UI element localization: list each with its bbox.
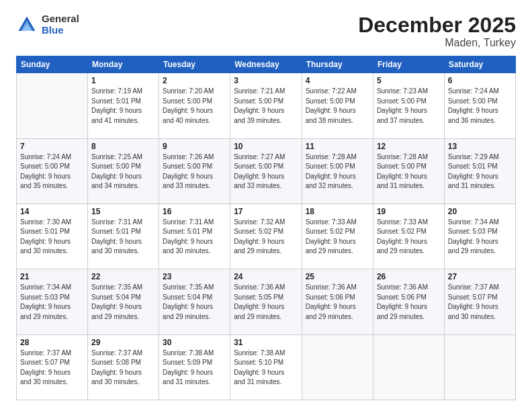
day-info: Sunrise: 7:37 AM Sunset: 5:07 PM Dayligh… xyxy=(20,349,84,387)
day-info: Sunrise: 7:23 AM Sunset: 5:00 PM Dayligh… xyxy=(377,87,441,126)
day-number: 17 xyxy=(234,207,298,216)
calendar-cell: 21Sunrise: 7:34 AM Sunset: 5:03 PM Dayli… xyxy=(17,269,88,334)
calendar-cell: 26Sunrise: 7:36 AM Sunset: 5:06 PM Dayli… xyxy=(373,269,444,334)
day-info: Sunrise: 7:38 AM Sunset: 5:10 PM Dayligh… xyxy=(234,349,298,387)
day-info: Sunrise: 7:28 AM Sunset: 5:00 PM Dayligh… xyxy=(306,152,369,191)
calendar-cell: 24Sunrise: 7:36 AM Sunset: 5:05 PM Dayli… xyxy=(230,269,302,334)
day-info: Sunrise: 7:25 AM Sunset: 5:00 PM Dayligh… xyxy=(91,152,155,191)
day-info: Sunrise: 7:24 AM Sunset: 5:00 PM Dayligh… xyxy=(20,152,84,191)
day-info: Sunrise: 7:29 AM Sunset: 5:01 PM Dayligh… xyxy=(448,152,512,191)
day-number: 6 xyxy=(448,76,512,85)
day-info: Sunrise: 7:26 AM Sunset: 5:00 PM Dayligh… xyxy=(163,152,226,191)
day-number: 29 xyxy=(91,338,155,347)
calendar-cell: 28Sunrise: 7:37 AM Sunset: 5:07 PM Dayli… xyxy=(17,334,88,400)
day-number: 26 xyxy=(377,272,441,281)
calendar-header-cell: Sunday xyxy=(17,56,88,73)
calendar-cell: 30Sunrise: 7:38 AM Sunset: 5:09 PM Dayli… xyxy=(159,334,230,400)
day-number: 2 xyxy=(163,76,226,85)
day-info: Sunrise: 7:36 AM Sunset: 5:06 PM Dayligh… xyxy=(306,283,369,322)
calendar-cell xyxy=(302,334,373,400)
day-info: Sunrise: 7:36 AM Sunset: 5:05 PM Dayligh… xyxy=(234,283,298,322)
calendar-cell: 25Sunrise: 7:36 AM Sunset: 5:06 PM Dayli… xyxy=(302,269,373,334)
calendar-cell: 5Sunrise: 7:23 AM Sunset: 5:00 PM Daylig… xyxy=(373,73,444,138)
calendar-header-cell: Friday xyxy=(373,56,444,73)
title-block: December 2025 Maden, Turkey xyxy=(358,13,516,49)
calendar-cell: 23Sunrise: 7:35 AM Sunset: 5:04 PM Dayli… xyxy=(159,269,230,334)
day-info: Sunrise: 7:24 AM Sunset: 5:00 PM Dayligh… xyxy=(448,87,512,126)
day-number: 21 xyxy=(20,272,84,281)
day-number: 30 xyxy=(163,338,226,347)
day-number: 22 xyxy=(91,272,155,281)
day-info: Sunrise: 7:22 AM Sunset: 5:00 PM Dayligh… xyxy=(306,87,369,126)
day-number: 12 xyxy=(377,142,441,151)
day-number: 7 xyxy=(20,142,84,151)
day-info: Sunrise: 7:38 AM Sunset: 5:09 PM Dayligh… xyxy=(163,349,226,387)
day-number: 24 xyxy=(234,272,298,281)
calendar-table: SundayMondayTuesdayWednesdayThursdayFrid… xyxy=(16,56,516,400)
calendar-cell: 19Sunrise: 7:33 AM Sunset: 5:02 PM Dayli… xyxy=(373,203,444,269)
day-info: Sunrise: 7:21 AM Sunset: 5:00 PM Dayligh… xyxy=(234,87,298,126)
calendar-cell: 2Sunrise: 7:20 AM Sunset: 5:00 PM Daylig… xyxy=(159,73,230,138)
day-info: Sunrise: 7:20 AM Sunset: 5:00 PM Dayligh… xyxy=(163,87,226,126)
calendar-cell: 22Sunrise: 7:35 AM Sunset: 5:04 PM Dayli… xyxy=(88,269,159,334)
calendar-cell: 6Sunrise: 7:24 AM Sunset: 5:00 PM Daylig… xyxy=(444,73,515,138)
logo-icon xyxy=(16,14,38,36)
calendar-cell: 8Sunrise: 7:25 AM Sunset: 5:00 PM Daylig… xyxy=(88,138,159,203)
day-info: Sunrise: 7:19 AM Sunset: 5:01 PM Dayligh… xyxy=(91,87,155,126)
calendar-row: 21Sunrise: 7:34 AM Sunset: 5:03 PM Dayli… xyxy=(17,269,516,334)
logo-blue-text: Blue xyxy=(42,25,79,36)
calendar-cell: 7Sunrise: 7:24 AM Sunset: 5:00 PM Daylig… xyxy=(17,138,88,203)
calendar-cell: 12Sunrise: 7:28 AM Sunset: 5:00 PM Dayli… xyxy=(373,138,444,203)
calendar-header-cell: Wednesday xyxy=(230,56,302,73)
header: General Blue December 2025 Maden, Turkey xyxy=(16,13,516,49)
day-number: 28 xyxy=(20,338,84,347)
day-number: 14 xyxy=(20,207,84,216)
calendar-cell: 17Sunrise: 7:32 AM Sunset: 5:02 PM Dayli… xyxy=(230,203,302,269)
day-info: Sunrise: 7:28 AM Sunset: 5:00 PM Dayligh… xyxy=(377,152,441,191)
day-number: 13 xyxy=(448,142,512,151)
day-number: 19 xyxy=(377,207,441,216)
logo-general-text: General xyxy=(42,13,79,25)
day-number: 31 xyxy=(234,338,298,347)
calendar-cell: 29Sunrise: 7:37 AM Sunset: 5:08 PM Dayli… xyxy=(88,334,159,400)
logo: General Blue xyxy=(16,13,79,36)
day-number: 20 xyxy=(448,207,512,216)
day-info: Sunrise: 7:31 AM Sunset: 5:01 PM Dayligh… xyxy=(163,218,226,257)
day-info: Sunrise: 7:34 AM Sunset: 5:03 PM Dayligh… xyxy=(448,218,512,257)
calendar-row: 28Sunrise: 7:37 AM Sunset: 5:07 PM Dayli… xyxy=(17,334,516,400)
day-info: Sunrise: 7:36 AM Sunset: 5:06 PM Dayligh… xyxy=(377,283,441,322)
calendar-cell: 20Sunrise: 7:34 AM Sunset: 5:03 PM Dayli… xyxy=(444,203,515,269)
day-info: Sunrise: 7:35 AM Sunset: 5:04 PM Dayligh… xyxy=(91,283,155,322)
day-number: 15 xyxy=(91,207,155,216)
day-number: 10 xyxy=(234,142,298,151)
day-info: Sunrise: 7:27 AM Sunset: 5:00 PM Dayligh… xyxy=(234,152,298,191)
calendar-header-row: SundayMondayTuesdayWednesdayThursdayFrid… xyxy=(17,56,516,73)
day-number: 5 xyxy=(377,76,441,85)
calendar-row: 7Sunrise: 7:24 AM Sunset: 5:00 PM Daylig… xyxy=(17,138,516,203)
day-number: 9 xyxy=(163,142,226,151)
calendar-header-cell: Tuesday xyxy=(159,56,230,73)
calendar-cell: 18Sunrise: 7:33 AM Sunset: 5:02 PM Dayli… xyxy=(302,203,373,269)
calendar-location: Maden, Turkey xyxy=(358,37,516,49)
calendar-header-cell: Saturday xyxy=(444,56,515,73)
day-number: 11 xyxy=(306,142,369,151)
calendar-cell: 11Sunrise: 7:28 AM Sunset: 5:00 PM Dayli… xyxy=(302,138,373,203)
day-info: Sunrise: 7:32 AM Sunset: 5:02 PM Dayligh… xyxy=(234,218,298,257)
calendar-cell: 31Sunrise: 7:38 AM Sunset: 5:10 PM Dayli… xyxy=(230,334,302,400)
calendar-cell xyxy=(444,334,515,400)
calendar-cell: 27Sunrise: 7:37 AM Sunset: 5:07 PM Dayli… xyxy=(444,269,515,334)
day-number: 27 xyxy=(448,272,512,281)
calendar-header-cell: Thursday xyxy=(302,56,373,73)
calendar-cell: 14Sunrise: 7:30 AM Sunset: 5:01 PM Dayli… xyxy=(17,203,88,269)
calendar-cell: 9Sunrise: 7:26 AM Sunset: 5:00 PM Daylig… xyxy=(159,138,230,203)
day-info: Sunrise: 7:37 AM Sunset: 5:08 PM Dayligh… xyxy=(91,349,155,387)
calendar-cell: 1Sunrise: 7:19 AM Sunset: 5:01 PM Daylig… xyxy=(88,73,159,138)
day-number: 18 xyxy=(306,207,369,216)
day-number: 16 xyxy=(163,207,226,216)
calendar-cell xyxy=(17,73,88,138)
day-info: Sunrise: 7:33 AM Sunset: 5:02 PM Dayligh… xyxy=(377,218,441,257)
calendar-row: 14Sunrise: 7:30 AM Sunset: 5:01 PM Dayli… xyxy=(17,203,516,269)
day-number: 1 xyxy=(91,76,155,85)
calendar-cell xyxy=(373,334,444,400)
day-info: Sunrise: 7:30 AM Sunset: 5:01 PM Dayligh… xyxy=(20,218,84,257)
